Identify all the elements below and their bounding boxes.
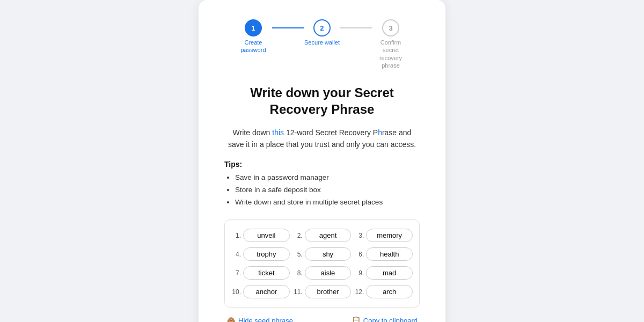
word-number: 2. xyxy=(293,232,303,239)
word-pill: ticket xyxy=(243,266,290,280)
word-pill: agent xyxy=(305,229,352,242)
word-pill: memory xyxy=(366,229,413,242)
description-text: Write down this 12-word Secret Recovery … xyxy=(224,127,420,151)
tip-item-2: Store in a safe deposit box xyxy=(235,184,420,196)
step-3-circle: 3 xyxy=(382,19,399,36)
tip-item-1: Save in a password manager xyxy=(235,172,420,184)
word-pill: mad xyxy=(366,266,413,280)
word-item: 7.ticket xyxy=(231,266,290,280)
copy-to-clipboard-button[interactable]: 📋 Copy to clipboard xyxy=(352,316,418,322)
word-number: 12. xyxy=(354,288,364,296)
word-item: 12.arch xyxy=(354,285,413,298)
word-pill: anchor xyxy=(243,285,290,298)
word-number: 4. xyxy=(231,251,241,258)
step-3-label: Confirm secret recovery phrase xyxy=(372,39,409,69)
word-pill: health xyxy=(366,247,413,261)
hide-seed-phrase-button[interactable]: 🙈 Hide seed phrase xyxy=(226,316,293,322)
word-grid-container: 1.unveil2.agent3.memory4.trophy5.shy6.he… xyxy=(224,219,420,308)
word-pill: arch xyxy=(366,285,413,298)
tips-list: Save in a password manager Store in a sa… xyxy=(224,172,420,209)
word-number: 5. xyxy=(293,251,303,258)
word-number: 10. xyxy=(231,288,241,296)
word-item: 10.anchor xyxy=(231,285,290,298)
word-pill: unveil xyxy=(243,229,290,242)
word-pill: trophy xyxy=(243,247,290,261)
word-item: 8.aisle xyxy=(293,266,352,280)
word-item: 3.memory xyxy=(354,229,413,242)
word-number: 8. xyxy=(293,269,303,277)
step-1-circle: 1 xyxy=(245,19,262,36)
step-2-label: Secure wallet xyxy=(304,39,340,46)
clipboard-icon: 📋 xyxy=(352,316,361,322)
word-item: 5.shy xyxy=(293,247,352,261)
step-3: 3 Confirm secret recovery phrase xyxy=(372,19,409,69)
step-2: 2 Secure wallet xyxy=(304,19,340,46)
connector-2-3 xyxy=(340,27,372,28)
word-number: 9. xyxy=(354,269,364,277)
word-item: 9.mad xyxy=(354,266,413,280)
word-item: 11.brother xyxy=(293,285,352,298)
tips-heading: Tips: xyxy=(224,160,420,169)
word-number: 11. xyxy=(293,288,303,296)
word-item: 2.agent xyxy=(293,229,352,242)
hide-label: Hide seed phrase xyxy=(238,317,293,322)
word-pill: shy xyxy=(305,247,352,261)
word-number: 3. xyxy=(354,232,364,239)
stepper: 1 Create password 2 Secure wallet 3 Conf… xyxy=(224,19,420,69)
word-grid: 1.unveil2.agent3.memory4.trophy5.shy6.he… xyxy=(231,229,413,298)
word-item: 1.unveil xyxy=(231,229,290,242)
eye-off-icon: 🙈 xyxy=(226,316,236,322)
word-item: 4.trophy xyxy=(231,247,290,261)
step-2-circle: 2 xyxy=(313,19,331,36)
word-pill: brother xyxy=(305,285,352,298)
word-number: 6. xyxy=(354,251,364,258)
tip-item-3: Write down and store in multiple secret … xyxy=(235,196,420,209)
word-number: 7. xyxy=(231,269,241,277)
word-number: 1. xyxy=(231,232,241,239)
word-item: 6.health xyxy=(354,247,413,261)
connector-1-2 xyxy=(272,27,304,28)
actions-row: 🙈 Hide seed phrase 📋 Copy to clipboard xyxy=(224,316,420,322)
word-pill: aisle xyxy=(305,266,352,280)
main-card: 1 Create password 2 Secure wallet 3 Conf… xyxy=(199,0,445,322)
copy-label: Copy to clipboard xyxy=(363,317,418,322)
step-1-label: Create password xyxy=(235,39,272,54)
tips-section: Tips: Save in a password manager Store i… xyxy=(224,160,420,209)
page-title: Write down your Secret Recovery Phrase xyxy=(224,84,420,118)
step-1: 1 Create password xyxy=(235,19,272,54)
